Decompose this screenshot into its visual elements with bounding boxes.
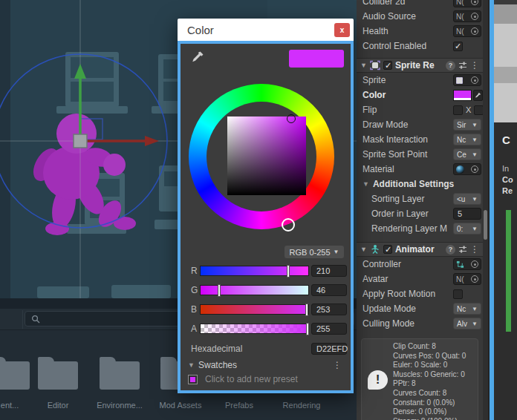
draw-mode-dropdown[interactable]: Sir ▼ xyxy=(453,119,481,131)
chevron-down-icon: ▼ xyxy=(472,306,478,312)
slider-handle[interactable] xyxy=(287,265,290,278)
object-picker-icon[interactable] xyxy=(471,27,478,35)
inspector-color-swatch[interactable] xyxy=(453,90,472,101)
eyedropper-button[interactable] xyxy=(189,50,206,66)
inspector-row-material: Material xyxy=(357,162,483,177)
apply-root-motion-checkbox[interactable] xyxy=(453,289,463,299)
sprite-thumb-icon xyxy=(456,77,463,84)
building-edge-left xyxy=(0,0,10,298)
preset-row[interactable]: Click to add new preset xyxy=(181,374,351,386)
inspector-row-order-in-layer: Order in Layer 5 xyxy=(357,206,483,221)
culling-mode-dropdown[interactable]: Alv ▼ xyxy=(453,318,481,329)
material-object-field[interactable] xyxy=(453,163,481,175)
swatches-section: ▼ Swatches ⋮ xyxy=(181,360,351,371)
help-icon[interactable]: ? xyxy=(446,245,455,255)
kebab-menu-icon[interactable]: ⋮ xyxy=(470,244,479,255)
chevron-down-icon: ▼ xyxy=(334,249,339,255)
kebab-menu-icon[interactable]: ⋮ xyxy=(333,360,342,370)
red-value-field[interactable]: 210 xyxy=(311,265,347,277)
folder-item[interactable]: Environme... xyxy=(88,356,151,410)
help-icon[interactable]: ? xyxy=(446,61,455,70)
sprite-sort-point-dropdown[interactable]: Ce ▼ xyxy=(453,148,481,160)
add-preset-hint[interactable]: Click to add new preset xyxy=(205,374,298,384)
update-mode-dropdown[interactable]: Nc ▼ xyxy=(453,303,481,315)
object-picker-icon[interactable] xyxy=(471,76,478,84)
green-slider-track[interactable] xyxy=(200,285,309,295)
field-label: Apply Root Motion xyxy=(362,289,483,299)
sprite-renderer-header[interactable]: ▼ Sprite Re ? ⋮ xyxy=(357,58,483,73)
tutorial-text: In xyxy=(502,164,509,173)
order-in-layer-field[interactable]: 5 xyxy=(453,208,481,220)
presets-icon[interactable] xyxy=(458,61,467,70)
inspector-row-rendering-layer: Rendering Layer M 0: ▼ xyxy=(357,221,483,236)
sprite-object-field[interactable] xyxy=(453,74,481,86)
inspector-row-collider2d: Collider 2d N( xyxy=(357,0,483,9)
alpha-value-field[interactable]: 255 xyxy=(311,323,347,335)
foldout-triangle-icon[interactable]: ▼ xyxy=(362,180,369,188)
chevron-down-icon: ▼ xyxy=(472,137,478,143)
flip-x-checkbox[interactable] xyxy=(453,105,463,115)
foldout-triangle-icon[interactable]: ▼ xyxy=(188,361,195,369)
component-enabled-checkbox[interactable] xyxy=(383,245,392,254)
channel-label: A xyxy=(191,324,197,334)
red-slider-track[interactable] xyxy=(200,266,309,276)
hex-value-field[interactable]: D22EFD xyxy=(311,343,347,355)
chevron-down-icon: ▼ xyxy=(472,122,478,128)
info-icon: ! xyxy=(368,370,388,390)
rendering-layer-dropdown[interactable]: 0: ▼ xyxy=(453,223,481,234)
object-picker-icon[interactable] xyxy=(471,275,478,283)
blue-value-field[interactable]: 253 xyxy=(311,303,347,315)
hue-cursor[interactable] xyxy=(282,218,295,232)
object-picker-icon[interactable] xyxy=(471,165,478,173)
foldout-triangle-icon[interactable]: ▼ xyxy=(360,62,367,69)
swatches-label[interactable]: Swatches xyxy=(198,360,237,370)
object-picker-icon[interactable] xyxy=(471,13,478,20)
eyedropper-icon xyxy=(190,50,205,65)
slider-handle[interactable] xyxy=(305,303,308,316)
folder-label: Rendering xyxy=(270,401,333,410)
close-button[interactable]: x xyxy=(334,23,350,37)
color-mode-dropdown[interactable]: RGB 0-255 ▼ xyxy=(284,246,344,258)
slider-handle[interactable] xyxy=(218,284,221,297)
flip-y-checkbox[interactable] xyxy=(474,105,483,115)
eyedropper-button[interactable] xyxy=(473,90,483,101)
move-gizmo-center-handle[interactable] xyxy=(74,134,87,148)
window-sill xyxy=(56,106,128,114)
inspector-scrollbar[interactable] xyxy=(483,0,488,420)
mask-interaction-dropdown[interactable]: Nc ▼ xyxy=(453,134,481,145)
animator-stats: Clip Count: 8 Curves Pos: 0 Quat: 0 Eule… xyxy=(393,342,466,420)
kebab-menu-icon[interactable]: ⋮ xyxy=(470,60,479,70)
audio-source-object-field[interactable]: N( xyxy=(453,10,481,22)
foldout-triangle-icon[interactable]: ▼ xyxy=(360,246,367,253)
animator-header[interactable]: ▼ Animator ? ⋮ xyxy=(357,242,483,257)
slider-row-green: G 46 xyxy=(181,284,351,296)
sv-square[interactable] xyxy=(227,117,306,195)
presets-icon[interactable] xyxy=(458,245,467,254)
controller-object-field[interactable] xyxy=(453,258,481,270)
inspector-row-health: Health N( xyxy=(357,24,483,39)
channel-label: B xyxy=(191,304,197,315)
color-window-titlebar[interactable]: Color x xyxy=(178,19,354,41)
preset-swatch[interactable] xyxy=(188,375,198,384)
sv-cursor[interactable] xyxy=(287,114,296,123)
object-picker-icon[interactable] xyxy=(471,0,478,5)
tutorial-image-strip xyxy=(494,4,517,24)
scrollbar-thumb[interactable] xyxy=(484,210,487,240)
green-value-field[interactable]: 46 xyxy=(311,284,347,296)
blue-slider-track[interactable] xyxy=(200,304,309,315)
object-picker-icon[interactable] xyxy=(471,260,478,268)
sorting-layer-dropdown[interactable]: <u ▼ xyxy=(453,193,481,205)
health-object-field[interactable]: N( xyxy=(453,25,481,37)
component-enabled-checkbox[interactable] xyxy=(383,61,392,70)
avatar-object-field[interactable]: N( xyxy=(453,273,481,285)
inspector-row-control-enabled: Control Enabled xyxy=(357,39,483,53)
control-enabled-checkbox[interactable] xyxy=(453,42,463,51)
alpha-slider-track[interactable] xyxy=(200,324,309,334)
additional-settings-foldout[interactable]: ▼ Additional Settings xyxy=(357,177,483,191)
slider-handle[interactable] xyxy=(306,323,309,335)
folder-item[interactable]: Editor xyxy=(27,356,89,410)
collider2d-object-field[interactable]: N( xyxy=(453,0,481,7)
inspector-row-sort-point: Sprite Sort Point Ce ▼ xyxy=(357,147,483,162)
toolbar-divider xyxy=(22,310,23,329)
alpha-bar xyxy=(454,98,471,100)
